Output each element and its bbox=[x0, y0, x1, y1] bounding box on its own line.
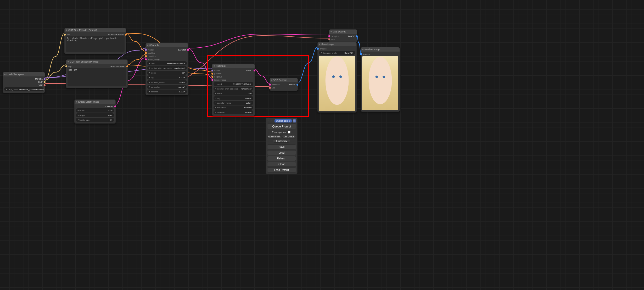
link bbox=[188, 34, 329, 48]
panel-drag-handle[interactable]: ⋮⋮ bbox=[267, 120, 273, 122]
widget-steps[interactable]: ◂steps20▸ bbox=[147, 71, 187, 75]
node-title[interactable]: CLIP Text Encode (Prompt) bbox=[65, 28, 126, 32]
queue-size-label: Queue size: 0 bbox=[275, 119, 292, 122]
port-in-images[interactable]: images bbox=[319, 47, 333, 50]
see-queue-button[interactable]: See Queue bbox=[282, 135, 296, 138]
port-in-clip[interactable]: clip bbox=[66, 33, 89, 36]
port-out-conditioning[interactable]: CONDITIONING bbox=[103, 65, 126, 68]
widget-filename_prefix[interactable]: ◂filename_prefixComfyUI▸ bbox=[319, 51, 355, 55]
control-panel[interactable]: ⋮⋮ Queue size: 0 ✻ Queue Prompt Extra op… bbox=[266, 118, 298, 174]
port-out-vae[interactable]: VAE bbox=[28, 83, 43, 87]
widget-width[interactable]: ◂width512▸ bbox=[76, 108, 114, 113]
port-in-samples[interactable]: samples bbox=[331, 35, 340, 38]
node-title[interactable]: Save Image bbox=[318, 42, 356, 46]
port-in-images[interactable]: images bbox=[362, 52, 377, 55]
save-button[interactable]: Save bbox=[267, 144, 296, 149]
port-in-vae[interactable]: vae bbox=[271, 86, 281, 89]
node-title[interactable]: KSampler bbox=[212, 64, 255, 68]
link bbox=[44, 33, 65, 80]
widget-sampler_name[interactable]: ◂sampler_nameeuler▸ bbox=[147, 80, 187, 84]
port-out-image[interactable]: IMAGE bbox=[286, 83, 296, 86]
clear-button[interactable]: Clear bbox=[267, 162, 296, 167]
node-title[interactable]: Empty Latent Image bbox=[75, 100, 115, 104]
port-in-latent_image[interactable]: latent_image bbox=[147, 58, 163, 61]
extra-options-label: Extra options bbox=[272, 131, 286, 133]
widget-sampler_name[interactable]: ◂sampler_nameeuler▸ bbox=[214, 101, 253, 105]
node-vae_decode2[interactable]: VAE DecodesamplesIMAGEvae bbox=[270, 78, 298, 91]
output-image bbox=[362, 56, 398, 110]
port-in-negative[interactable]: negative bbox=[214, 75, 229, 78]
output-image bbox=[319, 56, 355, 111]
link bbox=[125, 33, 146, 51]
see-history-button[interactable]: See History bbox=[273, 139, 290, 143]
port-in-vae[interactable]: vae bbox=[331, 38, 340, 41]
port-out-conditioning[interactable]: CONDITIONING bbox=[101, 33, 125, 36]
port-out-latent[interactable]: LATENT bbox=[171, 48, 187, 51]
widget-batch_size[interactable]: ◂batch_size1▸ bbox=[76, 118, 114, 122]
node-title[interactable]: CLIP Text Encode (Prompt) bbox=[66, 60, 127, 64]
widget-ckpt_name[interactable]: ◂ckpt_namedeliberate_v2.safetensors▸ bbox=[4, 87, 43, 91]
node-load_checkpoint[interactable]: Load CheckpointMODELCLIPVAE◂ckpt_namedel… bbox=[3, 72, 45, 93]
widget-seed[interactable]: ◂seed719325771695400▸ bbox=[214, 82, 253, 86]
node-ksampler1[interactable]: KSamplermodelLATENTpositivenegativelaten… bbox=[145, 43, 188, 95]
widget-height[interactable]: ◂height704▸ bbox=[76, 113, 114, 117]
node-preview_image[interactable]: Preview Imageimages bbox=[361, 47, 400, 112]
widget-denoise[interactable]: ◂denoise0.500▸ bbox=[214, 110, 253, 114]
port-out-clip[interactable]: CLIP bbox=[28, 80, 43, 83]
port-out-model[interactable]: MODEL bbox=[28, 77, 43, 80]
widget-scheduler[interactable]: ◂schedulernormal▸ bbox=[147, 85, 187, 89]
port-out-image[interactable]: IMAGE bbox=[346, 35, 356, 38]
prompt-textarea[interactable] bbox=[68, 68, 126, 86]
extra-options-checkbox[interactable] bbox=[288, 131, 290, 133]
port-in-clip[interactable]: clip bbox=[68, 65, 91, 68]
port-in-negative[interactable]: negative bbox=[147, 54, 163, 58]
node-save_image[interactable]: Save Imageimages◂filename_prefixComfyUI▸ bbox=[317, 42, 357, 113]
queue-prompt-button[interactable]: Queue Prompt bbox=[267, 124, 296, 129]
widget-scheduler[interactable]: ◂schedulernormal▸ bbox=[214, 105, 253, 110]
widget-cfg[interactable]: ◂cfg8.000▸ bbox=[214, 96, 253, 100]
port-out-latent[interactable]: LATENT bbox=[99, 105, 114, 108]
node-title[interactable]: Preview Image bbox=[361, 47, 400, 52]
refresh-button[interactable]: Refresh bbox=[267, 156, 296, 161]
link bbox=[127, 54, 146, 65]
port-out-latent[interactable]: LATENT bbox=[237, 69, 253, 72]
load-default-button[interactable]: Load Default bbox=[267, 168, 296, 172]
node-vae_decode1[interactable]: VAE DecodesamplesIMAGEvae bbox=[329, 29, 357, 42]
queue-front-button[interactable]: Queue Front bbox=[267, 135, 281, 138]
port-in-latent_image[interactable]: latent_image bbox=[214, 78, 229, 81]
node-ksampler2[interactable]: KSamplermodelLATENTpositivenegativelaten… bbox=[212, 64, 255, 116]
widget-control_after_generate[interactable]: ◂control_after_generaterandomize▸ bbox=[147, 66, 187, 70]
port-in-samples[interactable]: samples bbox=[271, 83, 281, 86]
widget-steps[interactable]: ◂steps30▸ bbox=[214, 91, 253, 96]
node-clip_neg[interactable]: CLIP Text Encode (Prompt)clipCONDITIONIN… bbox=[66, 59, 128, 88]
port-in-model[interactable]: model bbox=[147, 48, 163, 51]
widget-control_after_generate[interactable]: ◂control_after_generaterandomize▸ bbox=[214, 87, 253, 91]
node-title[interactable]: VAE Decode bbox=[329, 30, 357, 34]
node-title[interactable]: KSampler bbox=[146, 43, 188, 47]
node-empty_latent[interactable]: Empty Latent ImageLATENT◂width512▸◂heigh… bbox=[74, 99, 116, 124]
widget-seed[interactable]: ◂seed384403932028225▸ bbox=[147, 61, 187, 65]
widget-denoise[interactable]: ◂denoise1.000▸ bbox=[147, 90, 187, 94]
port-in-positive[interactable]: positive bbox=[214, 72, 229, 75]
node-clip_pos[interactable]: CLIP Text Encode (Prompt)clipCONDITIONIN… bbox=[64, 28, 126, 54]
widget-cfg[interactable]: ◂cfg8.000▸ bbox=[147, 75, 187, 80]
settings-gear-icon[interactable]: ✻ bbox=[293, 119, 296, 122]
node-title[interactable]: VAE Decode bbox=[270, 78, 298, 82]
link bbox=[44, 65, 66, 80]
port-in-model[interactable]: model bbox=[214, 69, 229, 72]
prompt-textarea[interactable] bbox=[66, 36, 125, 52]
node-title[interactable]: Load Checkpoint bbox=[3, 72, 45, 76]
load-button[interactable]: Load bbox=[267, 150, 296, 155]
port-in-positive[interactable]: positive bbox=[147, 51, 163, 54]
